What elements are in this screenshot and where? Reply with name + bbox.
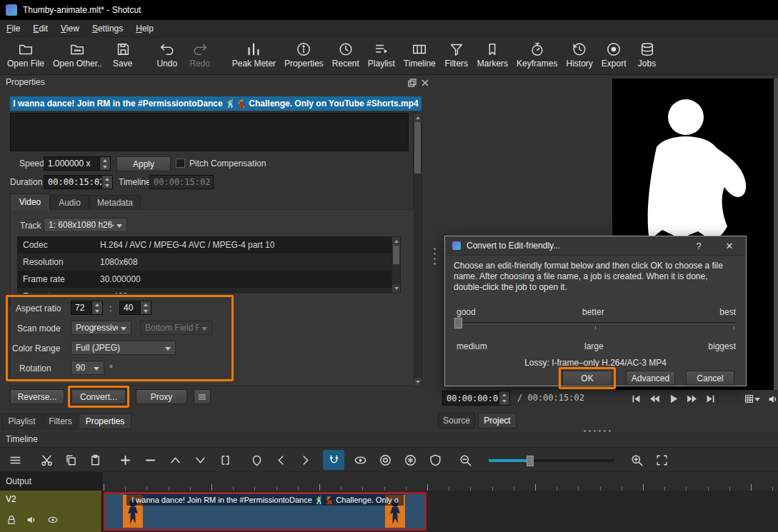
peak-meter-button[interactable]: Peak Meter (228, 40, 280, 70)
color-range-dropdown[interactable]: Full (JPEG) (71, 341, 176, 355)
lock-icon[interactable] (6, 514, 17, 526)
player-tab-source[interactable]: Source (438, 413, 475, 428)
aspect-height-spinner[interactable]: 40 (119, 301, 151, 315)
player-tab-project[interactable]: Project (478, 413, 517, 428)
spin-arrows-icon[interactable] (140, 301, 151, 314)
dialog-help-button[interactable]: ? (688, 236, 709, 256)
mute-icon[interactable] (26, 514, 37, 526)
position-spin-arrows-icon[interactable] (499, 391, 509, 405)
scroll-down-icon[interactable] (414, 378, 422, 386)
menu-file[interactable]: File (0, 20, 26, 37)
menu-edit[interactable]: Edit (26, 20, 54, 37)
tab-metadata[interactable]: Metadata (89, 195, 141, 210)
table-scrollbar[interactable] (392, 236, 401, 293)
volume-button[interactable] (764, 392, 778, 406)
append-button[interactable] (114, 450, 136, 470)
timeline-zoom-slider[interactable] (487, 454, 617, 467)
markers-button[interactable]: Markers (473, 40, 512, 70)
snap-toggle-button[interactable] (323, 450, 344, 470)
dock-tab-filters[interactable]: Filters (44, 413, 77, 429)
dialog-advanced-button[interactable]: Advanced (626, 371, 675, 386)
history-button[interactable]: History (562, 40, 597, 70)
vertical-splitter[interactable] (432, 75, 437, 434)
proxy-button[interactable]: Proxy (136, 389, 187, 404)
ripple-markers-button[interactable] (424, 450, 446, 470)
scroll-down-icon[interactable] (392, 284, 400, 293)
reverse-button[interactable]: Reverse... (10, 389, 64, 404)
duration-spin-arrows-icon[interactable] (101, 176, 112, 189)
speed-spin-arrows-icon[interactable] (99, 157, 110, 170)
scroll-up-icon[interactable] (392, 237, 400, 246)
scroll-thumb[interactable] (414, 122, 421, 174)
timeline-clip[interactable]: I wanna dance! Join RM in the #Permissio… (104, 492, 427, 531)
scrub-while-dragging-button[interactable] (349, 450, 371, 470)
dialog-cancel-button[interactable]: Cancel (686, 371, 734, 386)
undo-button[interactable]: Undo (151, 40, 184, 70)
timeline-menu-button[interactable] (4, 450, 26, 470)
hide-icon[interactable] (47, 514, 59, 526)
spin-arrows-icon[interactable] (91, 301, 102, 314)
play-button[interactable] (664, 392, 682, 406)
save-button[interactable]: Save (106, 40, 139, 70)
tab-audio[interactable]: Audio (50, 195, 89, 210)
playlist-button[interactable]: Playlist (364, 40, 399, 70)
jobs-button[interactable]: Jobs (631, 40, 664, 70)
fast-forward-button[interactable] (683, 392, 700, 406)
timeline-zoom-out-button[interactable] (454, 450, 476, 470)
keyframes-button[interactable]: Keyframes (512, 40, 562, 70)
player-position-spinner[interactable]: 00:00:00:00 (442, 391, 510, 406)
duration-spinner[interactable]: 00:00:15:02 (44, 175, 113, 189)
close-panel-icon[interactable] (421, 79, 429, 87)
ripple-toggle-button[interactable] (374, 450, 396, 470)
rewind-button[interactable] (646, 392, 663, 406)
output-track-head[interactable]: Output (0, 472, 102, 491)
track-head-v2[interactable]: V2 (0, 491, 102, 532)
properties-menu-button[interactable] (194, 389, 211, 404)
dock-tab-properties[interactable]: Properties (79, 413, 131, 429)
dialog-close-button[interactable]: ✕ (717, 236, 742, 256)
cut-button[interactable] (36, 450, 57, 470)
scroll-thumb[interactable] (393, 246, 399, 264)
timeline-zoom-in-button[interactable] (626, 450, 647, 470)
dock-tab-playlist[interactable]: Playlist (1, 413, 42, 429)
recent-button[interactable]: Recent (328, 40, 364, 70)
pitch-compensation-checkbox[interactable] (176, 159, 185, 168)
menu-view[interactable]: View (54, 20, 86, 37)
skip-to-start-button[interactable] (627, 392, 644, 406)
scroll-up-icon[interactable] (414, 114, 422, 122)
slider-handle[interactable] (527, 456, 534, 466)
tab-video[interactable]: Video (10, 194, 50, 210)
float-panel-icon[interactable] (408, 79, 417, 87)
zoom-fit-button[interactable] (651, 450, 672, 470)
menu-help[interactable]: Help (129, 20, 160, 37)
speed-spinner[interactable]: 1.000000 x (44, 156, 111, 171)
properties-button[interactable]: Properties (280, 40, 328, 70)
filters-button[interactable]: Filters (440, 40, 473, 70)
timeline-button[interactable]: Timeline (399, 40, 440, 70)
grid-menu-button[interactable] (740, 392, 763, 406)
copy-button[interactable] (60, 450, 81, 470)
overwrite-button[interactable] (189, 450, 211, 470)
next-marker-button[interactable] (294, 450, 316, 470)
quality-slider-track[interactable] (455, 322, 737, 324)
ripple-all-tracks-button[interactable] (399, 450, 421, 470)
split-button[interactable] (214, 450, 236, 470)
rotation-dropdown[interactable]: 90 (71, 361, 104, 375)
open-other-button[interactable]: Open Other.. (49, 40, 106, 70)
paste-button[interactable] (84, 450, 106, 470)
quality-slider-handle[interactable] (454, 318, 462, 328)
create-marker-button[interactable] (246, 450, 267, 470)
dialog-ok-button[interactable]: OK (562, 371, 612, 386)
apply-button[interactable]: Apply (116, 156, 171, 171)
skip-to-end-button[interactable] (702, 392, 719, 406)
aspect-width-spinner[interactable]: 72 (71, 301, 103, 315)
export-button[interactable]: Export (597, 40, 631, 70)
ripple-delete-button[interactable] (139, 450, 161, 470)
previous-marker-button[interactable] (270, 450, 291, 470)
lift-button[interactable] (164, 450, 186, 470)
convert-button[interactable]: Convert... (71, 389, 126, 404)
open-file-button[interactable]: Open File (3, 40, 49, 70)
menu-settings[interactable]: Settings (86, 20, 129, 37)
comments-textarea[interactable] (10, 113, 409, 151)
timeline-ruler[interactable]: 00:00:00 00:00:05 00:00:10 (102, 472, 778, 491)
